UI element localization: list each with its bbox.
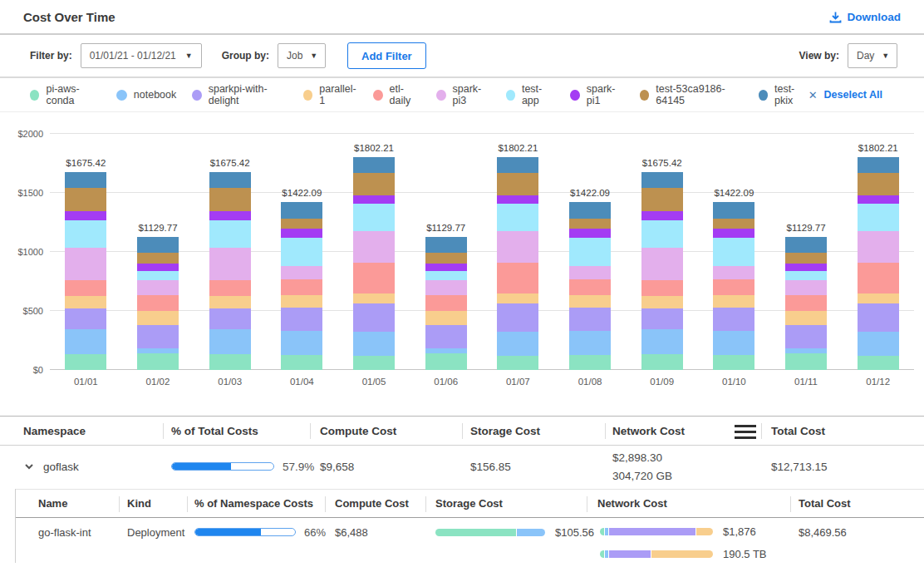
bar-segment-test-53ca9186-64145[interactable] (785, 253, 827, 264)
bar-segment-notebook[interactable] (209, 329, 251, 354)
bar-segment-test-pkix[interactable] (785, 237, 827, 254)
legend-item-spark-pi3[interactable]: spark-pi3 (436, 83, 489, 106)
bar-stack-01/03[interactable] (209, 172, 251, 370)
bar-segment-pi-aws-conda[interactable] (785, 353, 827, 370)
bar-stack-01/07[interactable] (497, 157, 538, 370)
bar-segment-sparkpi-with-delight[interactable] (209, 308, 251, 330)
bar-segment-spark-pi3[interactable] (713, 266, 754, 280)
bar-segment-etl-daily[interactable] (713, 279, 754, 295)
deselect-all-button[interactable]: ✕ Deselect All (808, 89, 882, 101)
bar-segment-parallel-1[interactable] (497, 293, 538, 303)
bar-segment-etl-daily[interactable] (569, 279, 611, 295)
legend-item-sparkpi-with-delight[interactable]: sparkpi-with-delight (192, 83, 287, 106)
bar-segment-test-53ca9186-64145[interactable] (281, 219, 322, 229)
bar-segment-test-app[interactable] (858, 204, 899, 231)
bar-segment-etl-daily[interactable] (281, 279, 322, 295)
bar-segment-test-pkix[interactable] (281, 202, 322, 219)
bar-segment-spark-pi1[interactable] (785, 264, 827, 271)
bar-segment-pi-aws-conda[interactable] (497, 356, 538, 370)
bar-segment-test-pkix[interactable] (858, 157, 899, 172)
bar-segment-spark-pi1[interactable] (137, 264, 179, 271)
download-button[interactable]: Download (829, 11, 902, 23)
bar-segment-etl-daily[interactable] (425, 295, 467, 312)
bar-segment-spark-pi3[interactable] (425, 280, 467, 295)
bar-segment-test-app[interactable] (137, 271, 179, 279)
bar-segment-sparkpi-with-delight[interactable] (65, 308, 106, 330)
bar-segment-notebook[interactable] (281, 331, 322, 355)
bar-segment-pi-aws-conda[interactable] (209, 354, 251, 370)
bar-segment-test-pkix[interactable] (353, 157, 395, 172)
bar-segment-test-53ca9186-64145[interactable] (353, 173, 395, 195)
bar-segment-test-app[interactable] (281, 238, 322, 265)
bar-segment-sparkpi-with-delight[interactable] (497, 303, 538, 333)
bar-stack-01/04[interactable] (281, 202, 322, 370)
bar-segment-pi-aws-conda[interactable] (353, 356, 395, 370)
bar-segment-spark-pi3[interactable] (137, 280, 179, 295)
date-range-select[interactable]: 01/01/21 - 01/12/21 ▼ (81, 43, 202, 68)
workload-row-go-flask-int[interactable]: go-flask-int Deployment 66% $6,488 $105.… (16, 518, 924, 562)
legend-item-pi-aws-conda[interactable]: pi-aws-conda (30, 83, 101, 106)
legend-item-test-app[interactable]: test-app (506, 83, 555, 106)
expand-row-control[interactable]: goflask (23, 446, 79, 487)
bar-segment-spark-pi1[interactable] (641, 211, 683, 219)
bar-segment-parallel-1[interactable] (785, 311, 827, 325)
bar-segment-test-53ca9186-64145[interactable] (65, 188, 106, 211)
bar-segment-pi-aws-conda[interactable] (569, 355, 611, 370)
bar-segment-notebook[interactable] (858, 332, 899, 355)
bar-segment-parallel-1[interactable] (569, 295, 611, 307)
bar-stack-01/06[interactable] (425, 237, 467, 370)
bar-segment-spark-pi1[interactable] (569, 229, 611, 238)
bar-segment-sparkpi-with-delight[interactable] (281, 308, 322, 331)
bar-stack-01/09[interactable] (641, 172, 683, 370)
bar-segment-test-53ca9186-64145[interactable] (137, 253, 179, 264)
bar-segment-sparkpi-with-delight[interactable] (785, 325, 827, 348)
bar-segment-spark-pi1[interactable] (497, 195, 538, 204)
bar-segment-test-53ca9186-64145[interactable] (858, 173, 899, 195)
bar-segment-test-app[interactable] (209, 220, 251, 248)
bar-segment-spark-pi3[interactable] (569, 266, 611, 280)
bar-segment-etl-daily[interactable] (209, 280, 251, 296)
bar-segment-test-53ca9186-64145[interactable] (569, 219, 611, 229)
bar-segment-test-pkix[interactable] (713, 202, 754, 219)
bar-segment-etl-daily[interactable] (785, 295, 827, 312)
bar-segment-parallel-1[interactable] (353, 293, 395, 303)
namespace-row-goflask[interactable]: goflask 57.9% $9,658 $156.85 $2,898.30 3… (0, 446, 924, 487)
bar-stack-01/08[interactable] (569, 202, 611, 370)
bar-segment-test-53ca9186-64145[interactable] (425, 253, 467, 264)
bar-segment-parallel-1[interactable] (425, 311, 467, 325)
column-menu-icon[interactable] (735, 425, 756, 439)
bar-segment-spark-pi1[interactable] (425, 264, 467, 271)
bar-segment-test-app[interactable] (425, 271, 467, 279)
bar-segment-sparkpi-with-delight[interactable] (858, 303, 899, 333)
bar-segment-pi-aws-conda[interactable] (858, 356, 899, 370)
bar-segment-notebook[interactable] (713, 331, 754, 355)
bar-stack-01/10[interactable] (713, 202, 754, 370)
add-filter-button[interactable]: Add Filter (347, 42, 426, 69)
bar-segment-test-pkix[interactable] (497, 157, 538, 172)
bar-segment-spark-pi3[interactable] (858, 231, 899, 263)
bar-segment-test-app[interactable] (713, 238, 754, 265)
bar-segment-pi-aws-conda[interactable] (641, 354, 683, 370)
bar-segment-test-pkix[interactable] (137, 237, 179, 254)
bar-segment-etl-daily[interactable] (353, 263, 395, 293)
bar-segment-spark-pi1[interactable] (858, 195, 899, 204)
bar-segment-test-app[interactable] (65, 220, 106, 248)
bar-stack-01/01[interactable] (65, 172, 106, 370)
bar-segment-spark-pi1[interactable] (209, 211, 251, 219)
legend-item-parallel-1[interactable]: parallel-1 (303, 83, 357, 106)
legend-item-notebook[interactable]: notebook (116, 89, 176, 101)
bar-segment-spark-pi3[interactable] (65, 248, 106, 280)
bar-segment-test-53ca9186-64145[interactable] (497, 173, 538, 195)
bar-segment-spark-pi1[interactable] (65, 211, 106, 219)
bar-stack-01/12[interactable] (858, 157, 899, 370)
bar-segment-etl-daily[interactable] (65, 280, 106, 296)
bar-segment-sparkpi-with-delight[interactable] (425, 325, 467, 348)
bar-segment-sparkpi-with-delight[interactable] (137, 325, 179, 348)
bar-segment-notebook[interactable] (569, 331, 611, 355)
bar-segment-test-app[interactable] (569, 238, 611, 265)
bar-segment-pi-aws-conda[interactable] (425, 353, 467, 370)
bar-segment-spark-pi1[interactable] (353, 195, 395, 204)
bar-segment-parallel-1[interactable] (858, 293, 899, 303)
legend-item-test-53ca9186-64145[interactable]: test-53ca9186-64145 (640, 83, 743, 106)
bar-segment-test-app[interactable] (353, 204, 395, 231)
